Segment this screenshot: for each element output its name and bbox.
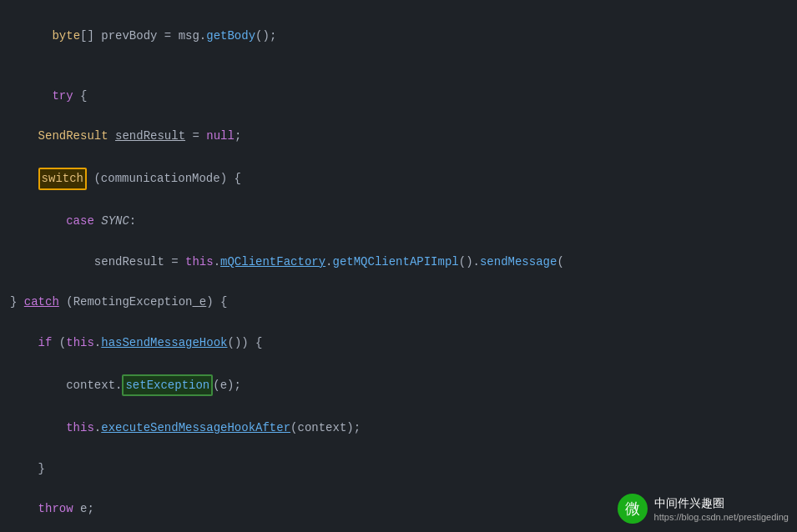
token-case: case	[66, 214, 94, 228]
token-mqclientfactory: mQClientFactory	[220, 255, 325, 269]
token-plain: (e);	[213, 379, 241, 392]
token-plain: .	[94, 421, 101, 434]
code-line-2: try {	[0, 66, 797, 125]
token-plain: .	[325, 255, 332, 269]
token-plain: .	[214, 255, 220, 269]
token-fn: getBody	[206, 29, 255, 43]
token-plain: ();	[255, 29, 276, 43]
code-line-3: SendResult sendResult = null;	[0, 125, 797, 166]
token-type: byte	[52, 29, 80, 43]
token-sendresult: sendResult	[115, 129, 185, 143]
token-plain	[94, 214, 101, 228]
token-throw1: throw	[38, 502, 73, 515]
token-plain: ) {	[206, 295, 227, 309]
switch-highlight: switch	[38, 168, 87, 189]
watermark-icon-char: 微	[625, 499, 640, 519]
token-kw: try	[52, 89, 73, 103]
token-this3: this	[66, 421, 94, 434]
code-line-7: } catch (RemotingException e) {	[0, 291, 797, 332]
token-switch: switch	[42, 172, 83, 185]
token-plain: .	[94, 336, 101, 349]
token-catch1: catch	[24, 295, 59, 309]
token-plain: (RemotingException	[59, 295, 193, 309]
token-plain: [] prevBody = msg.	[80, 29, 206, 43]
watermark-info: 中间件兴趣圈 https://blog.csdn.net/prestigedin…	[654, 495, 789, 522]
token-sendmessage: sendMessage	[480, 255, 557, 269]
token-plain: (context);	[290, 421, 361, 434]
token-type: SendResult	[38, 129, 108, 143]
token-plain: :	[129, 214, 136, 228]
token-plain: sendResult =	[94, 255, 185, 269]
watermark-icon: 微	[618, 494, 648, 524]
code-line-5: case SYNC:	[0, 210, 797, 251]
code-container: byte[] prevBody = msg.getBody(); try { S…	[0, 0, 797, 532]
watermark: 微 中间件兴趣圈 https://blog.csdn.net/prestiged…	[618, 494, 789, 524]
token-plain: {	[73, 89, 88, 103]
token-sync: SYNC	[101, 214, 129, 228]
token-plain: }	[38, 462, 45, 475]
watermark-url: https://blog.csdn.net/prestigeding	[654, 512, 789, 522]
token-this2: this	[66, 336, 94, 349]
code-line-8: if (this.hasSendMessageHook()) {	[0, 332, 797, 373]
token-plain	[108, 129, 115, 143]
token-this: this	[185, 255, 214, 269]
token-plain: context.	[66, 379, 122, 392]
token-if1: if	[38, 336, 53, 349]
code-line-4: switch (communicationMode) {	[0, 166, 797, 210]
code-line-11: }	[0, 458, 797, 499]
token-hassendmessagehook1: hasSendMessageHook	[101, 336, 227, 349]
token-plain: (	[52, 336, 66, 349]
token-plain: e;	[73, 502, 94, 515]
code-line-10: this.executeSendMessageHookAfter(context…	[0, 417, 797, 458]
token-setexception1: setException	[125, 379, 209, 392]
set-exception-highlight1: setException	[122, 374, 213, 396]
token-executesendmessagehookafter1: executeSendMessageHookAfter	[101, 421, 290, 434]
token-plain: (	[557, 255, 563, 269]
token-plain: =	[185, 129, 206, 143]
token-null: null	[206, 129, 235, 143]
token-plain: ;	[235, 129, 241, 143]
token-plain: }	[10, 295, 24, 309]
token-plain: ().	[459, 255, 480, 269]
code-line-6: sendResult = this.mQClientFactory.getMQC…	[0, 251, 797, 292]
token-getmqclientapiimpl: getMQClientAPIImpl	[333, 255, 459, 269]
code-line-1: byte[] prevBody = msg.getBody();	[0, 7, 797, 66]
watermark-title: 中间件兴趣圈	[654, 495, 789, 512]
token-dot-e: e	[192, 295, 206, 309]
token-plain: ()) {	[227, 336, 262, 349]
code-line-9: context.setException(e);	[0, 373, 797, 417]
token-plain: (communicationMode) {	[87, 172, 241, 185]
